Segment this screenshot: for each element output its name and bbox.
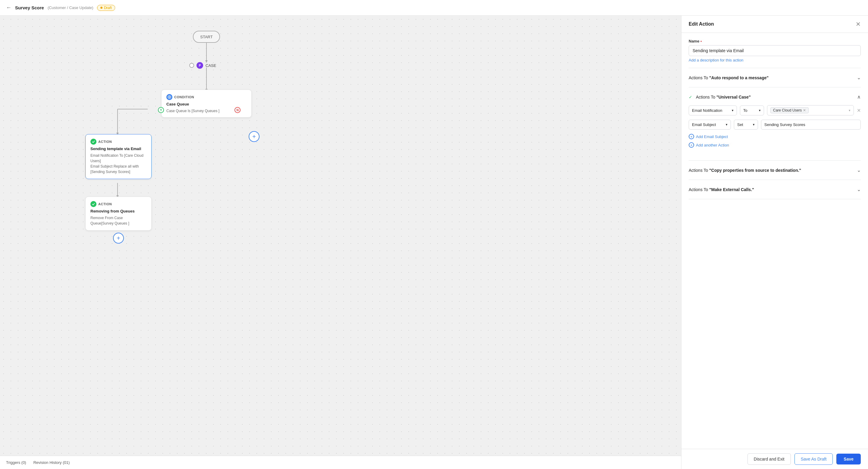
actions-section-2: ✓ Actions To "Universal Case" ∧ Email No… <box>689 93 861 155</box>
add-branch-button[interactable]: + <box>249 131 259 142</box>
section-4-label: Actions To "Make External Calls." <box>689 187 754 192</box>
tag-remove-button[interactable]: ✕ <box>803 108 806 113</box>
flow-canvas: START P CASE CONDITION Case Queue Case Q… <box>0 16 681 469</box>
main-content: START P CASE CONDITION Case Queue Case Q… <box>0 16 868 469</box>
case-circle-icon <box>189 63 194 68</box>
subject-value-input: Sending Survey Scores <box>761 120 861 130</box>
n-badge: N <box>235 107 241 113</box>
back-button[interactable]: ← <box>6 4 11 11</box>
edit-panel-close-button[interactable]: ✕ <box>856 21 861 28</box>
email-notification-select[interactable]: Email Notification ▾ <box>689 105 737 116</box>
condition-node: CONDITION Case Queue Case Queue Is [Surv… <box>161 90 252 118</box>
condition-header: CONDITION <box>166 94 247 100</box>
section-1-header[interactable]: Actions To "Auto respond to a message" ⌄ <box>689 73 861 82</box>
edit-panel-header: Edit Action ✕ <box>681 16 868 33</box>
care-cloud-users-tag-box[interactable]: Care Cloud Users ✕ ▾ <box>767 105 854 116</box>
name-field-label: Name • <box>689 39 861 43</box>
required-indicator: • <box>701 39 702 43</box>
actions-section-3: Actions To "Copy properties from source … <box>689 166 861 174</box>
start-node: START <box>193 31 220 43</box>
plus-circle-icon: + <box>689 134 694 139</box>
section-2-header[interactable]: ✓ Actions To "Universal Case" ∧ <box>689 93 861 101</box>
canvas-footer: Triggers (0) Revision History (01) <box>0 456 681 469</box>
edit-panel-footer: Discard and Exit Save As Draft Save <box>681 449 868 469</box>
add-description-link[interactable]: Add a description for this action <box>689 58 743 62</box>
actions-section-4: Actions To "Make External Calls." ⌄ <box>689 185 861 193</box>
case-label: CASE <box>206 63 216 68</box>
add-email-subject-link[interactable]: + Add Email Subject <box>689 134 861 139</box>
action-text-1: Email Notification To [Care Cloud Users]… <box>90 153 147 175</box>
action-icon-1 <box>90 139 96 145</box>
section-1-label: Actions To "Auto respond to a message" <box>689 75 769 80</box>
save-as-draft-button[interactable]: Save As Draft <box>795 453 833 465</box>
name-field-group: Name • Add a description for this action <box>689 39 861 62</box>
draft-dot-icon <box>100 7 102 9</box>
row-delete-button[interactable]: ✕ <box>857 107 861 113</box>
status-badge: Draft <box>97 5 115 11</box>
check-icon: ✓ <box>689 95 693 99</box>
case-badge-icon: P <box>196 62 203 69</box>
section-2-chevron-icon: ∧ <box>857 94 861 100</box>
case-node: P CASE <box>189 62 216 69</box>
action-node-2[interactable]: ACTION Removing from Queues Remove From … <box>85 196 152 230</box>
add-action-button[interactable]: + <box>113 233 124 244</box>
page-subtitle: (Customer / Case Update) <box>48 5 93 10</box>
edit-panel-title: Edit Action <box>689 22 714 27</box>
action-icon-2 <box>90 201 96 207</box>
care-cloud-users-tag: Care Cloud Users ✕ <box>770 107 809 113</box>
action-title-1: Sending template via Email <box>90 147 147 151</box>
section-2-content: Email Notification ▾ To ▾ Care Cloud Use… <box>689 101 861 155</box>
email-notification-row: Email Notification ▾ To ▾ Care Cloud Use… <box>689 105 861 116</box>
edit-panel: Edit Action ✕ Name • Add a description f… <box>681 16 868 469</box>
discard-exit-button[interactable]: Discard and Exit <box>747 453 791 465</box>
section-3-label: Actions To "Copy properties from source … <box>689 168 801 173</box>
chevron-down-icon: ▾ <box>753 123 755 127</box>
section-3-header[interactable]: Actions To "Copy properties from source … <box>689 166 861 174</box>
section-1-chevron-icon: ⌄ <box>857 75 861 81</box>
chevron-down-icon: ▾ <box>849 108 850 113</box>
page-title: Survey Score <box>15 5 44 10</box>
section-4-chevron-icon: ⌄ <box>857 187 861 192</box>
triggers-button[interactable]: Triggers (0) <box>6 460 26 465</box>
flow-svg <box>0 16 681 469</box>
to-operator-select[interactable]: To ▾ <box>740 105 764 116</box>
section-4-header[interactable]: Actions To "Make External Calls." ⌄ <box>689 185 861 193</box>
action-header-1: ACTION <box>90 139 147 145</box>
email-subject-select[interactable]: Email Subject ▾ <box>689 120 731 130</box>
y-badge: Y <box>158 107 164 113</box>
condition-title: Case Queue <box>166 102 247 106</box>
name-input[interactable] <box>689 45 861 56</box>
chevron-down-icon: ▾ <box>732 108 734 113</box>
chevron-down-icon: ▾ <box>759 108 761 113</box>
plus-circle-icon-2: + <box>689 142 694 148</box>
email-subject-row: Email Subject ▾ Set ▾ Sending Survey Sco… <box>689 120 861 130</box>
save-button[interactable]: Save <box>836 454 861 465</box>
add-another-action-link[interactable]: + Add another Action <box>689 142 861 148</box>
action-node-1[interactable]: ACTION Sending template via Email Email … <box>85 134 152 179</box>
action-title-2: Removing from Queues <box>90 209 147 213</box>
action-text-2: Remove From Case Queue[Survey Queues ] <box>90 215 147 226</box>
app-header: ← Survey Score (Customer / Case Update) … <box>0 0 868 16</box>
action-header-2: ACTION <box>90 201 147 207</box>
revision-history-button[interactable]: Revision History (01) <box>33 460 70 465</box>
section-2-label: ✓ Actions To "Universal Case" <box>689 95 751 99</box>
edit-panel-body: Name • Add a description for this action… <box>681 33 868 449</box>
actions-section-1: Actions To "Auto respond to a message" ⌄ <box>689 73 861 82</box>
chevron-down-icon: ▾ <box>726 123 727 127</box>
condition-icon <box>166 94 173 100</box>
section-3-chevron-icon: ⌄ <box>857 167 861 173</box>
set-operator-select[interactable]: Set ▾ <box>734 120 758 130</box>
